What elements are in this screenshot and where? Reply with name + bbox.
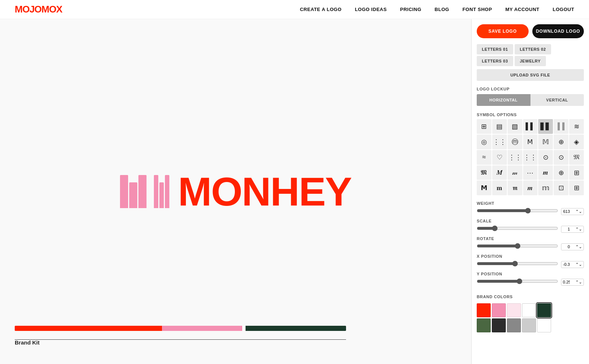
symbol-cell[interactable]: ≋ [569,119,584,134]
symbol-cell[interactable]: ▌▌ [523,119,538,134]
symbol-cell[interactable]: 𝗠 [477,181,491,195]
x-position-label: X POSITION [477,254,584,258]
scale-slider-row: ⌃⌄ [477,225,584,233]
symbol-cell[interactable]: 𝕸 [477,165,491,180]
sidebar-top: SAVE LOGO DOWNLOAD LOGO [472,19,589,42]
symbol-grid: ⊞▤▧▌▌▋▋║║≋◎⋮⋮ⓜⅯ𝕄⊕◈≈♡⋮⋮⋮⋮⊙⊙𝔐𝕸𝑴𝓂⋯𝒎⊕⊞𝗠𝐦𝖒𝒎𝕞⊡… [472,119,589,199]
x-position-slider-row: ⌃⌄ [477,261,584,268]
color-swatch[interactable] [477,303,491,317]
lockup-vertical[interactable]: VERTICAL [530,94,584,106]
symbol-cell[interactable]: ⊙ [538,150,553,165]
color-swatch[interactable] [507,318,521,332]
color-bar-pink [162,326,242,331]
scale-input[interactable] [563,227,575,231]
symbol-cell[interactable]: 𝔐 [569,150,584,165]
tab-row: LETTERS 01 LETTERS 02 LETTERS 03 JEWELRY [472,42,589,68]
x-position-arrows: ⌃⌄ [575,262,582,267]
symbol-cell[interactable]: ⊕ [554,135,568,149]
symbol-cell[interactable]: ⊡ [554,181,568,195]
symbol-cell[interactable]: ⓜ [508,135,522,149]
color-swatch[interactable] [492,318,506,332]
weight-input[interactable] [563,209,575,214]
nav-create-logo[interactable]: CREATE A LOGO [300,7,342,12]
bar-5 [159,182,164,208]
symbol-cell[interactable]: 𝕄 [538,135,553,149]
logo-preview: MONHEY [91,149,381,234]
color-swatch[interactable] [507,303,521,317]
symbol-cell[interactable]: ║║ [554,119,568,134]
download-logo-button[interactable]: DOWNLOAD LOGO [532,24,584,38]
color-swatch[interactable] [522,318,536,332]
symbol-cell[interactable]: 𝒎 [523,181,538,195]
color-bar-container [15,326,346,331]
symbol-cell[interactable]: 𝐦 [492,181,507,195]
brand-name: MONHEY [178,171,352,212]
y-position-arrows: ⌃⌄ [575,280,582,285]
upload-svg-button[interactable]: UPLOAD SVG FILE [477,69,584,81]
x-position-slider[interactable] [477,261,558,267]
symbol-cell[interactable]: ◈ [569,135,584,149]
y-position-input[interactable] [563,280,575,284]
weight-label: WEIGHT [477,201,584,206]
symbol-cell[interactable]: ⊙ [554,150,568,165]
symbol-cell[interactable]: ⋯ [523,165,538,180]
symbol-cell[interactable]: ≈ [477,150,491,165]
bar-2 [129,182,137,208]
symbol-cell[interactable]: 𝒎 [538,165,553,180]
symbol-cell[interactable]: ⊞ [569,181,584,195]
bar-3 [138,175,147,208]
nav-links: CREATE A LOGO LOGO IDEAS PRICING BLOG FO… [300,7,574,12]
save-logo-button[interactable]: SAVE LOGO [477,24,529,38]
nav-my-account[interactable]: MY ACCOUNT [505,7,540,12]
color-swatch[interactable] [537,318,551,332]
y-position-label: Y POSITION [477,272,584,276]
symbol-cell[interactable]: ⊕ [554,165,568,180]
lockup-toggle: HORIZONTAL VERTICAL [477,94,584,106]
symbol-cell[interactable]: ⋮⋮ [492,135,507,149]
tab-jewelry[interactable]: JEWELRY [515,56,546,66]
lockup-horizontal[interactable]: HORIZONTAL [477,94,530,106]
color-swatch[interactable] [492,303,506,317]
weight-slider[interactable] [477,208,558,214]
symbol-cell[interactable]: ◎ [477,135,491,149]
nav-logo-ideas[interactable]: LOGO IDEAS [355,7,387,12]
symbol-options-label: SYMBOL OPTIONS [472,110,589,119]
tab-letters-02[interactable]: LETTERS 02 [515,44,551,54]
symbol-cell[interactable]: 𝑴 [492,165,507,180]
symbol-cell[interactable]: ⋮⋮ [523,150,538,165]
x-position-input[interactable] [563,262,575,267]
color-swatch[interactable] [522,303,536,317]
symbol-cell[interactable]: 𝖒 [508,181,522,195]
slider-section: WEIGHT ⌃⌄ SCALE ⌃⌄ ROT [472,199,589,292]
weight-arrows: ⌃⌄ [575,209,582,214]
symbol-cell[interactable]: 𝓂 [508,165,522,180]
symbol-cell[interactable]: ⊞ [569,165,584,180]
symbol-cell[interactable]: ⋮⋮ [508,150,522,165]
nav-pricing[interactable]: PRICING [400,7,422,12]
rotate-slider[interactable] [477,243,558,249]
y-position-slider-row: ⌃⌄ [477,278,584,286]
scale-label: SCALE [477,219,584,223]
tab-letters-03[interactable]: LETTERS 03 [477,56,513,66]
symbol-cell[interactable]: Ⅿ [523,135,538,149]
color-swatch[interactable] [537,303,551,317]
nav-font-shop[interactable]: FONT SHOP [462,7,492,12]
rotate-input[interactable] [563,245,575,249]
symbol-cell[interactable]: ▤ [492,119,507,134]
symbol-cell[interactable]: ▧ [508,119,522,134]
sidebar: SAVE LOGO DOWNLOAD LOGO LETTERS 01 LETTE… [471,19,589,364]
canvas-area: MONHEY Brand Kit [0,19,471,364]
site-logo[interactable]: MOJOMOX [15,4,62,15]
tab-letters-01[interactable]: LETTERS 01 [477,44,513,54]
color-swatch[interactable] [477,318,491,332]
bar-6 [165,175,169,208]
symbol-cell[interactable]: ▋▋ [538,119,553,134]
symbol-cell[interactable]: ♡ [492,150,507,165]
nav-blog[interactable]: BLOG [435,7,449,12]
scale-slider[interactable] [477,225,558,231]
rotate-label: ROTATE [477,236,584,241]
y-position-slider[interactable] [477,278,558,284]
symbol-cell[interactable]: 𝕞 [538,181,553,195]
symbol-cell[interactable]: ⊞ [477,119,491,134]
nav-logout[interactable]: LOGOUT [553,7,574,12]
